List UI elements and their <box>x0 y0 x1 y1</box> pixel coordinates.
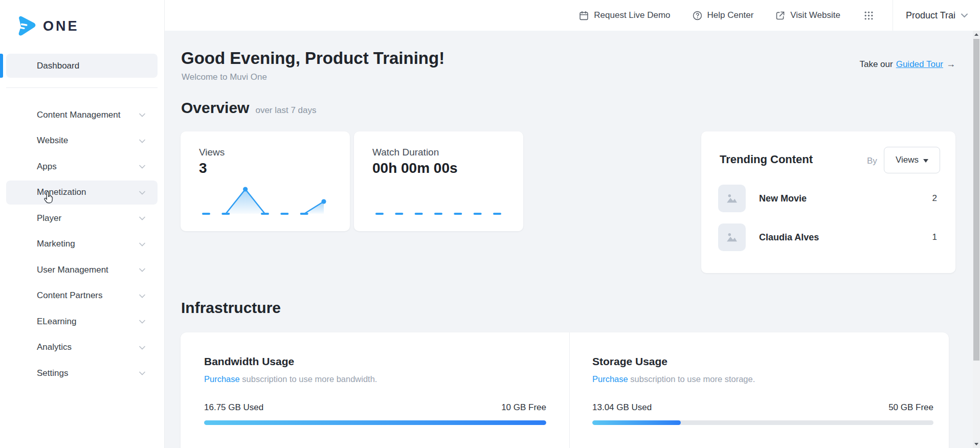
brand-name: ONE <box>43 18 79 34</box>
scrollbar-thumb[interactable] <box>973 39 979 361</box>
chevron-down-icon <box>139 190 146 195</box>
help-center-button[interactable]: Help Center <box>692 10 754 21</box>
arrow-right-icon: → <box>946 59 955 70</box>
sidebar-item-elearning[interactable]: ELearning <box>6 309 158 333</box>
sidebar-item-dashboard[interactable]: Dashboard <box>6 54 158 78</box>
sidebar-item-apps[interactable]: Apps <box>6 154 158 178</box>
content-count: 1 <box>932 223 937 251</box>
content-count: 2 <box>932 185 937 212</box>
storage-free-label: 50 GB Free <box>888 402 933 413</box>
sidebar-item-label: Analytics <box>37 342 72 352</box>
storage-progress-fill <box>592 420 681 425</box>
help-icon <box>692 10 703 21</box>
content-thumbnail <box>718 185 746 212</box>
bandwidth-used-label: 16.75 GB Used <box>204 402 263 413</box>
sidebar-item-label: Content Partners <box>37 290 103 301</box>
image-placeholder-icon <box>725 230 739 244</box>
sidebar-item-label: Website <box>37 136 68 146</box>
bandwidth-purchase-link[interactable]: Purchase <box>204 374 240 384</box>
topbar: Request Live Demo Help Center Visit Webs… <box>165 0 980 31</box>
chevron-down-icon <box>139 216 146 221</box>
storage-used-label: 13.04 GB Used <box>592 402 652 413</box>
chevron-down-icon <box>139 294 146 299</box>
bandwidth-progress-fill <box>204 420 546 425</box>
sidebar-item-label: Monetization <box>37 187 86 197</box>
page-subtitle: Welcome to Muvi One <box>182 72 267 82</box>
topbar-divider <box>893 0 893 31</box>
scroll-up-button[interactable] <box>973 31 980 38</box>
grid-dots-icon <box>864 11 874 20</box>
content-title: Claudia Alves <box>759 223 819 251</box>
trending-content-card: Trending Content By Views New Movie2Clau… <box>701 131 955 273</box>
sidebar-item-website[interactable]: Website <box>6 129 158 153</box>
trending-title: Trending Content <box>720 153 813 166</box>
storage-progress-track <box>592 420 933 425</box>
sidebar-item-analytics[interactable]: Analytics <box>6 335 158 360</box>
trending-sort-value: Views <box>896 155 919 165</box>
chevron-down-icon <box>139 345 146 350</box>
caret-down-icon <box>923 159 928 163</box>
sidebar-nav: Content ManagementWebsiteAppsMonetizatio… <box>6 103 158 387</box>
request-live-demo-button[interactable]: Request Live Demo <box>578 10 670 21</box>
trending-sort-dropdown[interactable]: Views <box>884 147 940 173</box>
storage-purchase-link[interactable]: Purchase <box>592 374 628 384</box>
sidebar-item-label: Apps <box>37 162 57 172</box>
trending-item[interactable]: New Movie2 <box>718 185 937 212</box>
bandwidth-title: Bandwidth Usage <box>204 355 546 368</box>
storage-purchase-rest: subscription to use more storage. <box>628 374 755 384</box>
views-sparkline-chart <box>199 184 331 221</box>
muvi-logo-icon <box>14 15 37 37</box>
visit-website-label: Visit Website <box>790 10 840 20</box>
sidebar-divider <box>6 87 158 88</box>
bandwidth-purchase-line: Purchase subscription to use more bandwi… <box>204 374 546 384</box>
watch-duration-card: Watch Duration 00h 00m 00s <box>354 131 523 231</box>
sidebar-item-user-management[interactable]: User Management <box>6 258 158 282</box>
sidebar-item-marketing[interactable]: Marketing <box>6 232 158 256</box>
storage-usage-panel: Storage Usage Purchase subscription to u… <box>570 332 949 448</box>
sidebar-item-player[interactable]: Player <box>6 206 158 230</box>
content-title: New Movie <box>759 185 807 212</box>
watch-duration-label: Watch Duration <box>372 147 439 158</box>
watch-duration-value: 00h 00m 00s <box>372 160 458 176</box>
views-card: Views 3 <box>181 131 350 231</box>
chevron-down-icon <box>139 242 146 247</box>
trending-item[interactable]: Claudia Alves1 <box>718 223 937 251</box>
brand-logo[interactable]: ONE <box>14 15 79 37</box>
sidebar-item-content-partners[interactable]: Content Partners <box>6 284 158 308</box>
sidebar-item-monetization[interactable]: Monetization <box>6 181 158 205</box>
storage-title: Storage Usage <box>592 355 933 368</box>
content-thumbnail <box>718 223 746 251</box>
sidebar-item-label: User Management <box>37 265 108 275</box>
account-menu[interactable]: Product Trai <box>906 10 968 21</box>
request-live-demo-label: Request Live Demo <box>594 10 670 20</box>
bandwidth-progress-track <box>204 420 546 425</box>
sidebar-item-settings[interactable]: Settings <box>6 361 158 385</box>
bandwidth-free-label: 10 GB Free <box>501 402 546 413</box>
external-link-icon <box>775 10 786 21</box>
views-label: Views <box>199 147 225 158</box>
sidebar: ONE Dashboard Content ManagementWebsiteA… <box>0 0 165 448</box>
chevron-down-icon <box>139 113 146 118</box>
visit-website-button[interactable]: Visit Website <box>775 10 840 21</box>
sidebar-item-label: Player <box>37 213 61 223</box>
vertical-scrollbar[interactable] <box>973 31 980 448</box>
infrastructure-title: Infrastructure <box>181 299 281 317</box>
bandwidth-usage-panel: Bandwidth Usage Purchase subscription to… <box>181 332 569 448</box>
infrastructure-card: Bandwidth Usage Purchase subscription to… <box>181 332 949 448</box>
sidebar-item-content-management[interactable]: Content Management <box>6 103 158 127</box>
sidebar-item-label: Marketing <box>37 239 75 249</box>
account-name: Product Trai <box>906 10 955 21</box>
sidebar-item-label: ELearning <box>37 317 77 327</box>
bandwidth-purchase-rest: subscription to use more bandwidth. <box>240 374 377 384</box>
overview-title: Overview <box>181 99 249 117</box>
sidebar-item-label: Content Management <box>37 110 121 120</box>
guided-tour-link[interactable]: Guided Tour <box>896 59 943 70</box>
sidebar-item-label: Dashboard <box>37 61 79 71</box>
calendar-icon <box>578 10 589 21</box>
chevron-down-icon <box>961 13 968 18</box>
apps-grid-button[interactable] <box>864 11 874 20</box>
scroll-down-button[interactable] <box>973 440 980 448</box>
image-placeholder-icon <box>725 191 739 206</box>
chevron-down-icon <box>139 267 146 273</box>
chevron-down-icon <box>139 164 146 169</box>
